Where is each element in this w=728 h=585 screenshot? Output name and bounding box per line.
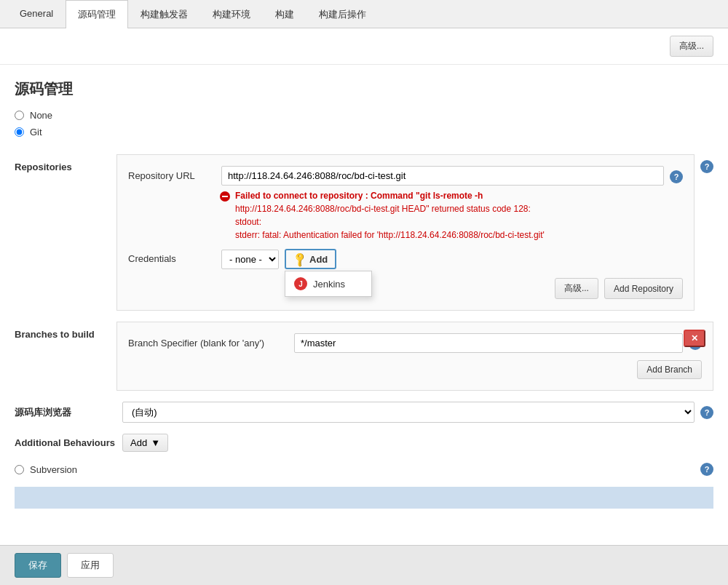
behaviours-row: Additional Behaviours Add ▼ [15, 434, 713, 452]
repo-section-actions: 高级... Add Repository [128, 278, 683, 299]
advanced-button[interactable]: 高级... [670, 36, 713, 57]
svg-rect-1 [222, 196, 228, 197]
repositories-row: Repositories Repository URL ? [15, 154, 713, 311]
repositories-help-icon[interactable]: ? [700, 160, 713, 173]
add-behaviour-arrow: ▼ [151, 437, 160, 448]
repo-url-row: Repository URL ? [128, 166, 683, 186]
repo-url-help-icon[interactable]: ? [670, 170, 683, 183]
repo-url-input-wrap [221, 166, 664, 186]
radio-git[interactable] [15, 127, 24, 137]
branch-specifier-input[interactable] [294, 333, 683, 353]
error-line1: Failed to connect to repository : Comman… [235, 191, 483, 201]
behaviours-label: Additional Behaviours [15, 437, 116, 448]
section-title: 源码管理 [0, 65, 728, 110]
branch-specifier-label: Branch Specifier (blank for 'any') [128, 338, 288, 349]
error-stop-icon [219, 191, 231, 204]
branch-specifier-row: Branch Specifier (blank for 'any') ? [128, 333, 702, 353]
credentials-select[interactable]: - none - [221, 250, 279, 269]
jenkins-label: Jenkins [313, 279, 345, 290]
jenkins-dropdown-item[interactable]: J Jenkins [285, 271, 371, 296]
radio-none-label[interactable]: None [30, 110, 52, 121]
jenkins-icon: J [294, 277, 307, 290]
error-line2: http://118.24.64.246:8088/roc/bd-ci-test… [235, 204, 531, 214]
credentials-dropdown: J Jenkins [285, 271, 372, 297]
source-browser-label: 源码库浏览器 [15, 406, 116, 419]
subversion-help-icon[interactable]: ? [700, 463, 713, 476]
repo-url-input[interactable] [221, 166, 664, 186]
x-btn-wrap: ✕ [684, 330, 705, 347]
advanced-row: 高级... [0, 28, 728, 65]
credentials-controls: - none - 🔑 Add J [221, 249, 336, 269]
add-credentials-button[interactable]: 🔑 Add [285, 249, 336, 269]
error-text: Failed to connect to repository : Comman… [235, 189, 545, 242]
add-repository-button[interactable]: Add Repository [604, 278, 683, 299]
tab-build-env[interactable]: 构建环境 [200, 0, 263, 28]
source-browser-row: 源码库浏览器 (自动) ? [15, 402, 713, 423]
subversion-row: Subversion ? [15, 463, 713, 476]
bottom-bar: 保存 应用 [0, 545, 728, 585]
source-browser-select[interactable]: (自动) [122, 402, 695, 423]
add-branch-button[interactable]: Add Branch [637, 360, 702, 379]
radio-group: None Git [0, 110, 728, 154]
radio-git-label[interactable]: Git [30, 127, 42, 138]
tab-post-build[interactable]: 构建后操作 [306, 0, 379, 28]
main-content: 高级... 源码管理 None Git Repositories Reposit… [0, 28, 728, 581]
tab-build-triggers[interactable]: 构建触发器 [128, 0, 200, 28]
error-message: Failed to connect to repository : Comman… [219, 189, 683, 242]
radio-subversion[interactable] [15, 465, 24, 474]
branches-row: Branches to build ✕ Branch Specifier (bl… [15, 322, 713, 391]
add-branch-actions: Add Branch [128, 360, 702, 379]
tab-bar: General 源码管理 构建触发器 构建环境 构建 构建后操作 [0, 0, 728, 28]
add-behaviour-button[interactable]: Add ▼ [122, 434, 168, 452]
branches-content: ✕ Branch Specifier (blank for 'any') ? A… [116, 322, 713, 391]
delete-branch-button[interactable]: ✕ [684, 330, 705, 347]
save-button[interactable]: 保存 [15, 553, 61, 578]
radio-none[interactable] [15, 111, 24, 120]
tab-source-management[interactable]: 源码管理 [66, 0, 128, 28]
credentials-row: Credentials - none - 🔑 Add [128, 249, 683, 269]
error-line4: stderr: fatal: Authentication failed for… [235, 230, 545, 240]
repositories-content: Repository URL ? [116, 154, 695, 311]
credentials-label: Credentials [128, 249, 215, 264]
tab-general[interactable]: General [7, 0, 66, 28]
add-credentials-label: Add [309, 254, 328, 265]
add-credentials-group: 🔑 Add J Jenkins [285, 249, 336, 269]
repositories-label: Repositories [15, 154, 116, 172]
repo-url-label: Repository URL [128, 166, 215, 181]
error-line3: stdout: [235, 217, 261, 227]
advanced-repo-button[interactable]: 高级... [555, 278, 598, 299]
key-icon: 🔑 [291, 250, 308, 267]
error-container: Failed to connect to repository : Comman… [219, 189, 683, 242]
subversion-label[interactable]: Subversion [30, 464, 77, 475]
tab-build[interactable]: 构建 [263, 0, 306, 28]
radio-git-item: Git [15, 127, 713, 138]
radio-none-item: None [15, 110, 713, 121]
branches-label: Branches to build [15, 322, 116, 340]
source-browser-help-icon[interactable]: ? [700, 406, 713, 419]
apply-button[interactable]: 应用 [67, 553, 114, 578]
add-behaviour-label: Add [130, 437, 147, 448]
bottom-area-hint [15, 487, 713, 509]
